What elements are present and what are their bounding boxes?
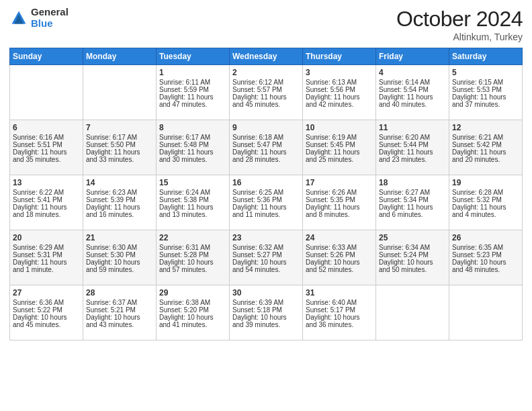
calendar-cell: 23Sunrise: 6:32 AMSunset: 5:27 PMDayligh… bbox=[230, 230, 303, 285]
weekday-header-sunday: Sunday bbox=[10, 48, 83, 65]
sunset-text: Sunset: 5:18 PM bbox=[232, 306, 300, 314]
sunrise-text: Sunrise: 6:16 AM bbox=[13, 134, 80, 141]
day-number: 14 bbox=[86, 178, 153, 187]
calendar-cell bbox=[83, 65, 157, 120]
sunset-text: Sunset: 5:38 PM bbox=[159, 196, 226, 203]
daylight-text: Daylight: 11 hours and 47 minutes. bbox=[159, 93, 226, 108]
day-number: 13 bbox=[13, 178, 80, 187]
sunrise-text: Sunrise: 6:17 AM bbox=[86, 134, 153, 141]
daylight-text: Daylight: 11 hours and 13 minutes. bbox=[159, 203, 226, 218]
calendar-cell bbox=[376, 285, 449, 340]
calendar-cell: 14Sunrise: 6:23 AMSunset: 5:39 PMDayligh… bbox=[83, 175, 157, 230]
calendar-cell: 12Sunrise: 6:21 AMSunset: 5:42 PMDayligh… bbox=[449, 120, 523, 175]
day-number: 22 bbox=[159, 233, 226, 242]
sunset-text: Sunset: 5:35 PM bbox=[306, 196, 373, 203]
sunrise-text: Sunrise: 6:40 AM bbox=[306, 299, 373, 306]
calendar-body: 1Sunrise: 6:11 AMSunset: 5:59 PMDaylight… bbox=[10, 65, 523, 340]
daylight-text: Daylight: 10 hours and 41 minutes. bbox=[159, 314, 226, 328]
calendar-cell: 21Sunrise: 6:30 AMSunset: 5:30 PMDayligh… bbox=[83, 230, 157, 285]
calendar-cell: 2Sunrise: 6:12 AMSunset: 5:57 PMDaylight… bbox=[230, 65, 303, 120]
sunset-text: Sunset: 5:22 PM bbox=[13, 306, 80, 314]
calendar-cell: 30Sunrise: 6:39 AMSunset: 5:18 PMDayligh… bbox=[230, 285, 303, 340]
logo-icon bbox=[9, 9, 28, 28]
calendar-cell: 25Sunrise: 6:34 AMSunset: 5:24 PMDayligh… bbox=[376, 230, 449, 285]
calendar-cell: 11Sunrise: 6:20 AMSunset: 5:44 PMDayligh… bbox=[376, 120, 449, 175]
daylight-text: Daylight: 10 hours and 52 minutes. bbox=[306, 259, 373, 273]
logo-general: General bbox=[31, 7, 69, 18]
daylight-text: Daylight: 10 hours and 59 minutes. bbox=[86, 259, 153, 273]
sunrise-text: Sunrise: 6:23 AM bbox=[86, 189, 153, 196]
calendar-week-1: 1Sunrise: 6:11 AMSunset: 5:59 PMDaylight… bbox=[10, 65, 523, 120]
day-number: 30 bbox=[232, 288, 300, 298]
location: Altinkum, Turkey bbox=[396, 32, 523, 42]
day-number: 23 bbox=[232, 233, 300, 242]
sunrise-text: Sunrise: 6:29 AM bbox=[13, 244, 80, 251]
day-number: 4 bbox=[379, 68, 446, 77]
sunrise-text: Sunrise: 6:28 AM bbox=[452, 189, 519, 196]
sunrise-text: Sunrise: 6:20 AM bbox=[379, 134, 446, 141]
sunrise-text: Sunrise: 6:31 AM bbox=[159, 244, 226, 251]
day-number: 7 bbox=[86, 123, 153, 132]
daylight-text: Daylight: 11 hours and 45 minutes. bbox=[232, 93, 300, 108]
sunrise-text: Sunrise: 6:36 AM bbox=[13, 299, 80, 306]
calendar-cell: 24Sunrise: 6:33 AMSunset: 5:26 PMDayligh… bbox=[303, 230, 376, 285]
calendar-cell: 6Sunrise: 6:16 AMSunset: 5:51 PMDaylight… bbox=[10, 120, 83, 175]
calendar-header: SundayMondayTuesdayWednesdayThursdayFrid… bbox=[10, 48, 523, 65]
title-section: October 2024 Altinkum, Turkey bbox=[396, 7, 523, 42]
sunrise-text: Sunrise: 6:30 AM bbox=[86, 244, 153, 251]
sunset-text: Sunset: 5:17 PM bbox=[306, 306, 373, 314]
day-number: 25 bbox=[379, 233, 446, 242]
sunrise-text: Sunrise: 6:37 AM bbox=[86, 299, 153, 306]
daylight-text: Daylight: 11 hours and 42 minutes. bbox=[306, 93, 373, 108]
daylight-text: Daylight: 11 hours and 33 minutes. bbox=[86, 148, 153, 163]
sunrise-text: Sunrise: 6:24 AM bbox=[159, 189, 226, 196]
header: General Blue October 2024 Altinkum, Turk… bbox=[9, 7, 523, 42]
sunrise-text: Sunrise: 6:14 AM bbox=[379, 79, 446, 86]
sunrise-text: Sunrise: 6:26 AM bbox=[306, 189, 373, 196]
sunrise-text: Sunrise: 6:33 AM bbox=[306, 244, 373, 251]
sunset-text: Sunset: 5:27 PM bbox=[232, 251, 300, 259]
daylight-text: Daylight: 11 hours and 1 minute. bbox=[13, 259, 80, 273]
month-title: October 2024 bbox=[396, 7, 523, 32]
sunrise-text: Sunrise: 6:13 AM bbox=[306, 79, 373, 86]
day-number: 29 bbox=[159, 288, 226, 298]
sunset-text: Sunset: 5:32 PM bbox=[452, 196, 519, 203]
weekday-header-tuesday: Tuesday bbox=[157, 48, 230, 65]
day-number: 6 bbox=[13, 123, 80, 132]
daylight-text: Daylight: 10 hours and 43 minutes. bbox=[86, 314, 153, 328]
daylight-text: Daylight: 10 hours and 48 minutes. bbox=[452, 259, 519, 273]
daylight-text: Daylight: 11 hours and 16 minutes. bbox=[86, 203, 153, 218]
sunrise-text: Sunrise: 6:12 AM bbox=[232, 79, 300, 86]
sunset-text: Sunset: 5:50 PM bbox=[86, 141, 153, 148]
sunrise-text: Sunrise: 6:32 AM bbox=[232, 244, 300, 251]
weekday-header-thursday: Thursday bbox=[303, 48, 376, 65]
weekday-header-friday: Friday bbox=[376, 48, 449, 65]
daylight-text: Daylight: 10 hours and 36 minutes. bbox=[306, 314, 373, 328]
day-number: 8 bbox=[159, 123, 226, 132]
calendar-cell: 31Sunrise: 6:40 AMSunset: 5:17 PMDayligh… bbox=[303, 285, 376, 340]
day-number: 15 bbox=[159, 178, 226, 187]
weekday-header-saturday: Saturday bbox=[449, 48, 523, 65]
sunset-text: Sunset: 5:21 PM bbox=[86, 306, 153, 314]
daylight-text: Daylight: 11 hours and 37 minutes. bbox=[452, 93, 519, 108]
sunset-text: Sunset: 5:51 PM bbox=[13, 141, 80, 148]
sunset-text: Sunset: 5:59 PM bbox=[159, 86, 226, 93]
sunrise-text: Sunrise: 6:15 AM bbox=[452, 79, 519, 86]
sunset-text: Sunset: 5:42 PM bbox=[452, 141, 519, 148]
calendar-cell: 29Sunrise: 6:38 AMSunset: 5:20 PMDayligh… bbox=[157, 285, 230, 340]
calendar-cell bbox=[10, 65, 83, 120]
sunset-text: Sunset: 5:45 PM bbox=[306, 141, 373, 148]
day-number: 3 bbox=[306, 68, 373, 77]
day-number: 26 bbox=[452, 233, 519, 242]
calendar-week-5: 27Sunrise: 6:36 AMSunset: 5:22 PMDayligh… bbox=[10, 285, 523, 340]
sunset-text: Sunset: 5:53 PM bbox=[452, 86, 519, 93]
day-number: 20 bbox=[13, 233, 80, 242]
calendar-cell: 13Sunrise: 6:22 AMSunset: 5:41 PMDayligh… bbox=[10, 175, 83, 230]
day-number: 28 bbox=[86, 288, 153, 298]
sunset-text: Sunset: 5:31 PM bbox=[13, 251, 80, 259]
day-number: 5 bbox=[452, 68, 519, 77]
daylight-text: Daylight: 11 hours and 8 minutes. bbox=[306, 203, 373, 218]
sunset-text: Sunset: 5:30 PM bbox=[86, 251, 153, 259]
sunrise-text: Sunrise: 6:38 AM bbox=[159, 299, 226, 306]
calendar-cell: 3Sunrise: 6:13 AMSunset: 5:56 PMDaylight… bbox=[303, 65, 376, 120]
